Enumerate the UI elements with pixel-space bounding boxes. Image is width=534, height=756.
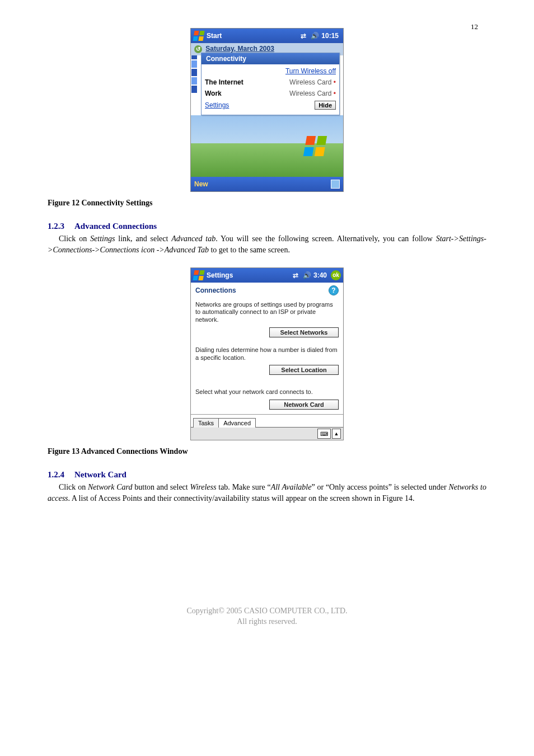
network-card-button[interactable]: Network Card [269,400,339,410]
turn-wireless-off-link[interactable]: Turn Wireless off [285,67,336,75]
select-location-button[interactable]: Select Location [269,365,339,375]
figure13-wrap: Settings ⇄ 🔊 3:40 ok Connections ? Netwo… [48,267,486,441]
help-icon[interactable]: ? [329,285,339,295]
section-heading-124: 1.2.4Network Card [48,470,486,480]
dot-icon: • [334,90,336,97]
sip-arrow-icon[interactable]: ▲ [332,429,341,439]
figure13-device: Settings ⇄ 🔊 3:40 ok Connections ? Netwo… [190,267,344,441]
figure12-caption: Figure 12 Connectivity Settings [48,199,486,208]
page-footer: Copyright© 2005 CASIO COMPUTER CO., LTD.… [48,605,486,627]
taskbar-title[interactable]: Start [207,32,298,40]
screen-subtitle: Connections [195,287,236,294]
section-num: 1.2.4 [48,470,64,479]
desktop-wallpaper [191,115,343,177]
clock[interactable]: 10:15 [321,32,339,40]
windows-logo-icon [302,135,328,157]
dot-icon: • [334,78,336,86]
taskbar: Start ⇄ 🔊 10:15 [191,29,343,43]
section-title: Network Card [74,470,127,479]
volume-icon[interactable]: 🔊 [303,271,311,279]
networks-desc: Networks are groups of settings used by … [195,301,339,324]
windows-flag-icon [192,270,205,281]
figure12-wrap: Start ⇄ 🔊 10:15 ↺ Saturday, March 2003 C… [48,28,486,192]
figure13-caption: Figure 13 Advanced Connections Window [48,447,486,456]
copyright-line1: Copyright© 2005 CASIO COMPUTER CO., LTD. [48,605,486,617]
figure12-device: Start ⇄ 🔊 10:15 ↺ Saturday, March 2003 C… [190,28,344,192]
tab-tasks[interactable]: Tasks [193,418,219,428]
select-networks-button[interactable]: Select Networks [269,327,339,337]
back-icon[interactable]: ↺ [194,45,202,53]
internet-label: The Internet [205,78,243,86]
sip-bar: ⌨ ▲ [191,427,343,440]
section2-paragraph: Click on Network Card button and select … [48,482,486,505]
card-desc: Select what your network card connects t… [195,388,339,396]
bottom-menubar: New [191,177,343,191]
tray-icon[interactable] [331,180,340,189]
taskbar-title[interactable]: Settings [207,271,291,279]
work-value: Wireless Card [289,90,331,97]
menu-new[interactable]: New [194,180,208,188]
page-number: 12 [471,22,478,31]
windows-flag-icon [192,30,205,41]
tab-bar: Tasks Advanced [191,414,343,427]
section-num: 1.2.3 [48,222,64,231]
date-text: Saturday, March 2003 [205,45,274,53]
tab-advanced[interactable]: Advanced [218,418,256,428]
clock: 3:40 [313,271,327,279]
popup-title: Connectivity [202,53,339,64]
dialing-desc: Dialing rules determine how a number is … [195,346,339,362]
section-title: Advanced Connections [74,222,157,231]
section-heading-123: 1.2.3Advanced Connections [48,222,486,231]
connectivity-popup: Connectivity Turn Wireless off The Inter… [201,53,340,115]
ok-button[interactable]: ok [331,270,341,280]
internet-value: Wireless Card [289,78,331,86]
section1-paragraph: Click on Settings link, and select Advan… [48,233,486,256]
hide-button[interactable]: Hide [315,101,336,110]
taskbar: Settings ⇄ 🔊 3:40 ok [191,268,343,283]
connectivity-icon[interactable]: ⇄ [293,271,298,279]
volume-icon[interactable]: 🔊 [311,32,319,40]
work-label: Work [205,90,222,97]
keyboard-icon[interactable]: ⌨ [317,429,331,439]
copyright-line2: All rights reserved. [48,616,486,627]
connectivity-icon[interactable]: ⇄ [301,32,306,40]
settings-link[interactable]: Settings [205,101,229,109]
